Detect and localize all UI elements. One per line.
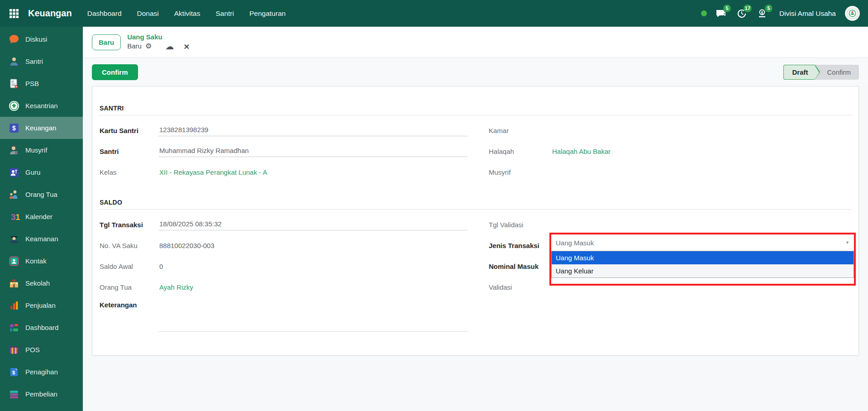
- field-label: Orang Tua: [99, 283, 158, 291]
- sidebar-item-penagihan[interactable]: $ Penagihan: [0, 361, 83, 383]
- field-keterangan: Keterangan: [99, 297, 467, 337]
- field-label: Kamar: [488, 127, 551, 134]
- status-step-draft[interactable]: Draft: [783, 65, 815, 80]
- santri-input[interactable]: Muhammad Rizky Ramadhan: [158, 146, 467, 157]
- jenis-transaksi-dropdown-menu: Uang Masuk Uang Keluar: [551, 251, 854, 278]
- field-label: Tgl Validasi: [488, 221, 551, 229]
- wallet-money-icon[interactable]: $ 5: [756, 7, 769, 20]
- messages-icon[interactable]: 5: [714, 7, 728, 20]
- field-label: Validasi: [488, 283, 551, 291]
- field-label: Kelas: [99, 168, 158, 176]
- sidebar-item-label: Santri: [25, 57, 43, 65]
- sidebar-item-diskusi[interactable]: Diskusi: [0, 28, 83, 50]
- purchase-icon: [8, 388, 20, 400]
- dropdown-option-uang-keluar[interactable]: Uang Keluar: [552, 264, 854, 277]
- wallet-badge: 5: [765, 5, 773, 12]
- billing-icon: $: [8, 366, 20, 378]
- highlight-red-box: Uang Masuk ▼ Uang Masuk Uang Keluar: [549, 233, 856, 286]
- menu-pengaturan[interactable]: Pengaturan: [249, 10, 286, 18]
- sidebar-item-label: Keamanan: [25, 235, 58, 243]
- discard-close-icon[interactable]: ×: [184, 42, 189, 51]
- teacher-icon: [8, 167, 20, 178]
- sidebar-item-santri[interactable]: Santri: [0, 50, 83, 72]
- sidebar-item-keuangan[interactable]: $ Keuangan: [0, 117, 83, 139]
- santri-right-column: Kamar Halaqah Halaqah Abu Bakar Musyrif: [488, 120, 852, 182]
- sidebar-item-keamanan[interactable]: Keamanan: [0, 228, 83, 250]
- dashboard-tiles-icon: [8, 322, 20, 334]
- section-title-saldo: SALDO: [99, 199, 852, 210]
- field-label: Musyrif: [488, 168, 551, 176]
- sidebar-item-guru[interactable]: Guru: [0, 161, 83, 183]
- finance-dollar-icon: $: [8, 122, 20, 134]
- menu-aktivitas[interactable]: Aktivitas: [174, 10, 200, 18]
- field-label: No. VA Saku: [99, 242, 158, 249]
- messages-badge: 5: [723, 5, 731, 12]
- svg-text:3: 3: [11, 212, 16, 222]
- activities-badge: 17: [744, 5, 752, 12]
- parents-icon: [8, 189, 20, 201]
- section-santri-grid: Kartu Santri 1238281398239 Santri Muhamm…: [99, 115, 852, 182]
- svg-text:$: $: [12, 124, 16, 132]
- menu-donasi[interactable]: Donasi: [137, 10, 159, 18]
- sidebar-item-kontak[interactable]: Kontak: [0, 250, 83, 272]
- sidebar-item-label: Dashboard: [25, 324, 58, 331]
- jenis-transaksi-select[interactable]: Uang Masuk ▼: [551, 234, 854, 251]
- sidebar-item-stok-persediaan[interactable]: Stok Persediaan: [0, 405, 83, 411]
- sidebar-item-psb[interactable]: PSB: [0, 72, 83, 95]
- sidebar-item-label: Kalender: [25, 213, 52, 220]
- kartu-santri-input[interactable]: 1238281398239: [158, 125, 467, 136]
- sidebar-item-pembelian[interactable]: Pembelian: [0, 383, 83, 405]
- contact-icon: [8, 255, 20, 267]
- svg-text:$: $: [761, 10, 763, 14]
- apps-grid-icon[interactable]: [8, 8, 20, 19]
- santri-left-column: Kartu Santri 1238281398239 Santri Muhamm…: [99, 120, 467, 182]
- field-kamar: Kamar: [488, 120, 852, 141]
- school-icon: [8, 277, 20, 289]
- user-avatar[interactable]: [845, 6, 860, 21]
- main-content: Baru Uang Saku Baru ⚙ ☁ × Confirm Draft …: [83, 27, 868, 411]
- menu-dashboard[interactable]: Dashboard: [87, 10, 122, 18]
- student-icon: [8, 56, 20, 67]
- sidebar-item-orang-tua[interactable]: Orang Tua: [0, 183, 83, 206]
- company-switcher[interactable]: Divisi Amal Usaha: [779, 10, 836, 18]
- field-tgl-validasi: Tgl Validasi: [488, 214, 852, 235]
- presence-dot-icon: [701, 10, 707, 16]
- keterangan-textarea[interactable]: [158, 297, 467, 332]
- navbar-right: 5 17 $ 5 Divisi Amal Usaha: [701, 6, 860, 21]
- breadcrumb-model-link[interactable]: Uang Saku: [127, 33, 189, 42]
- activities-clock-icon[interactable]: 17: [735, 7, 749, 20]
- app-window: Keuangan Dashboard Donasi Aktivitas Sant…: [0, 0, 868, 411]
- sidebar-item-label: Kontak: [25, 257, 47, 265]
- kelas-link[interactable]: XII - Rekayasa Perangkat Lunak - A: [158, 168, 467, 176]
- calendar-31-icon: 31: [8, 211, 20, 223]
- svg-text:$: $: [12, 370, 15, 375]
- sidebar-item-penjualan[interactable]: Penjualan: [0, 294, 83, 316]
- sidebar-item-label: Sekolah: [25, 279, 50, 287]
- pos-awning-icon: [8, 344, 20, 356]
- sidebar-item-pos[interactable]: POS: [0, 339, 83, 361]
- gear-icon[interactable]: ⚙: [145, 43, 152, 50]
- orang-tua-link[interactable]: Ayah Rizky: [158, 283, 467, 291]
- status-step-confirm[interactable]: Confirm: [815, 65, 859, 80]
- mentor-icon: [8, 144, 20, 156]
- field-saldo-awal: Saldo Awal 0: [99, 256, 467, 277]
- halaqah-link[interactable]: Halaqah Abu Bakar: [551, 148, 852, 155]
- sidebar-item-sekolah[interactable]: Sekolah: [0, 272, 83, 294]
- new-record-button[interactable]: Baru: [92, 34, 121, 50]
- confirm-button[interactable]: Confirm: [92, 64, 138, 80]
- dropdown-option-uang-masuk[interactable]: Uang Masuk: [552, 251, 854, 264]
- sidebar-item-musyrif[interactable]: Musyrif: [0, 139, 83, 161]
- speech-bubble-icon: [8, 33, 20, 45]
- sidebar-item-kesantrian[interactable]: Kesantrian: [0, 95, 83, 117]
- sidebar-item-label: Musyrif: [25, 146, 47, 154]
- sidebar-item-dashboard[interactable]: Dashboard: [0, 316, 83, 339]
- menu-santri[interactable]: Santri: [215, 10, 234, 18]
- tgl-transaksi-input[interactable]: 18/08/2025 08:35:32: [158, 219, 467, 230]
- cloud-save-icon[interactable]: ☁: [165, 42, 174, 51]
- section-title-santri: SANTRI: [99, 105, 852, 115]
- sidebar-item-label: Kesantrian: [25, 102, 58, 110]
- app-title[interactable]: Keuangan: [28, 8, 72, 19]
- sidebar-item-label: Diskusi: [25, 35, 47, 43]
- saldo-left-column: Tgl Transaksi 18/08/2025 08:35:32 No. VA…: [99, 214, 467, 337]
- sidebar-item-kalender[interactable]: 31 Kalender: [0, 206, 83, 228]
